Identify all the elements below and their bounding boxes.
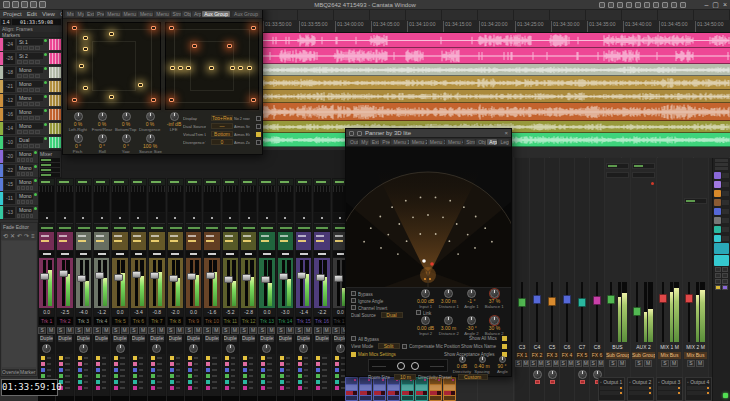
speaker-icon[interactable]: [209, 66, 214, 70]
speaker-icon[interactable]: [72, 26, 77, 30]
mute-button[interactable]: [722, 267, 728, 272]
solo-button[interactable]: S: [687, 360, 695, 367]
solo-button[interactable]: S: [314, 327, 322, 334]
fader-cap[interactable]: [132, 271, 141, 278]
mixer-strip[interactable]: -1.4Trk 15SMDuplex: [295, 178, 313, 401]
insert-slot[interactable]: [149, 179, 164, 185]
automation-mode[interactable]: [314, 225, 329, 231]
solo-button[interactable]: S: [295, 327, 303, 334]
automation-button[interactable]: [35, 88, 40, 92]
spacing-knob[interactable]: [479, 356, 486, 363]
mic-pair-diagram[interactable]: [368, 359, 448, 372]
divergence-type-value[interactable]: 0: [211, 139, 233, 145]
input-1-knob[interactable]: [421, 289, 430, 298]
solo-button[interactable]: [23, 88, 28, 92]
solo-button[interactable]: [21, 172, 24, 176]
fader-cap[interactable]: [548, 297, 556, 306]
fader-cap[interactable]: [77, 275, 86, 282]
fader-cap[interactable]: [518, 298, 526, 307]
show-all-mics-toggle[interactable]: [502, 336, 507, 341]
solo-button[interactable]: S: [661, 360, 669, 367]
channel-header[interactable]: [345, 377, 358, 401]
roll-knob[interactable]: [98, 134, 107, 143]
speaker-icon[interactable]: [251, 98, 256, 102]
fader-cap[interactable]: [169, 275, 178, 282]
edit-tab[interactable]: [658, 10, 694, 20]
edit-tab[interactable]: [622, 10, 658, 20]
speaker-icon[interactable]: [151, 26, 156, 30]
mute-button[interactable]: M: [157, 327, 165, 334]
solo-button[interactable]: [715, 279, 721, 284]
solo-button[interactable]: S: [185, 327, 193, 334]
mute-button[interactable]: [722, 279, 728, 284]
tab-menu-4[interactable]: Menu 4: [154, 11, 169, 17]
audio-clip-lane[interactable]: [262, 33, 730, 48]
channel-header[interactable]: [387, 377, 400, 401]
mixer-strip[interactable]: 0.0Trk 9SMDuplex: [185, 178, 203, 401]
solo-button[interactable]: [21, 214, 24, 218]
routing-slot[interactable]: [684, 198, 707, 204]
insert-slot[interactable]: [168, 179, 183, 185]
channel-header[interactable]: [415, 377, 428, 401]
mixer-strip[interactable]: C8FX 6SM: [590, 158, 605, 401]
solo-button[interactable]: S: [258, 327, 266, 334]
tab-menu-2[interactable]: Menu 2: [122, 11, 137, 17]
angle-1-knob[interactable]: [467, 289, 476, 298]
automation-button[interactable]: [35, 102, 40, 106]
sends-section[interactable]: [94, 232, 109, 250]
solo-button[interactable]: S: [575, 360, 582, 367]
record-button[interactable]: [26, 214, 29, 218]
aux-group-button[interactable]: Aux Group: [232, 11, 260, 17]
speaker-icon[interactable]: [83, 47, 88, 51]
cycle-icon[interactable]: [653, 2, 659, 8]
edit-tab[interactable]: [586, 10, 622, 20]
mixer-strip[interactable]: -5.2Trk 11SMDuplex: [222, 178, 240, 401]
tab-arp[interactable]: Arp: [487, 139, 497, 145]
automation-icon[interactable]: [671, 2, 677, 8]
mute-button[interactable]: M: [568, 360, 575, 367]
automation-mode[interactable]: [223, 225, 238, 231]
angle-2-knob[interactable]: [467, 316, 476, 325]
no-2-rows-bottom-checkbox[interactable]: [256, 116, 261, 121]
automation-mode[interactable]: [204, 225, 219, 231]
automation-button[interactable]: [30, 186, 33, 190]
mute-button[interactable]: M: [121, 327, 129, 334]
tab-stm[interactable]: Stm: [171, 11, 181, 17]
fader-cap[interactable]: [40, 273, 49, 280]
tab-leg[interactable]: Leg: [498, 139, 509, 145]
automation-row[interactable]: [76, 385, 91, 391]
mixer-strip[interactable]: -3.0Trk 14SMDuplex: [277, 178, 295, 401]
solo-button[interactable]: [23, 116, 28, 120]
mixer-strip[interactable]: -4.0Trk 3SMDuplex: [75, 178, 93, 401]
bus-strip[interactable]: BUSSub GroupSM: [605, 158, 631, 401]
speaker-icon[interactable]: [109, 32, 114, 36]
pan-knob[interactable]: [42, 344, 51, 353]
mute-button[interactable]: M: [47, 327, 55, 334]
solo-button[interactable]: S: [560, 360, 567, 367]
fader-cap[interactable]: [607, 295, 615, 304]
speaker-icon[interactable]: [230, 66, 235, 70]
mute-button[interactable]: [17, 88, 22, 92]
solo-button[interactable]: S: [93, 327, 101, 334]
pan-display[interactable]: [223, 213, 238, 224]
automation-mode[interactable]: [57, 225, 72, 231]
sends-section[interactable]: [131, 232, 146, 250]
automation-button[interactable]: [35, 116, 40, 120]
sends-section[interactable]: [223, 232, 238, 250]
record-button[interactable]: [26, 200, 29, 204]
fader-cap[interactable]: [659, 294, 667, 303]
solo-button[interactable]: S: [75, 327, 83, 334]
routing-slot[interactable]: [632, 172, 655, 178]
sends-section[interactable]: [186, 232, 201, 250]
speaker-icon[interactable]: [109, 95, 114, 99]
tab-pre[interactable]: Pre: [380, 139, 390, 145]
sends-section[interactable]: [149, 232, 164, 250]
solo-button[interactable]: S: [148, 327, 156, 334]
solo-button[interactable]: S: [240, 327, 248, 334]
automation-row[interactable]: [186, 385, 201, 391]
fade-tool-icon-0[interactable]: ⟲: [3, 232, 8, 240]
input-2-knob[interactable]: [421, 316, 430, 325]
pitch-knob[interactable]: [74, 134, 83, 143]
fader-cap[interactable]: [224, 276, 233, 283]
record-button[interactable]: [29, 88, 34, 92]
